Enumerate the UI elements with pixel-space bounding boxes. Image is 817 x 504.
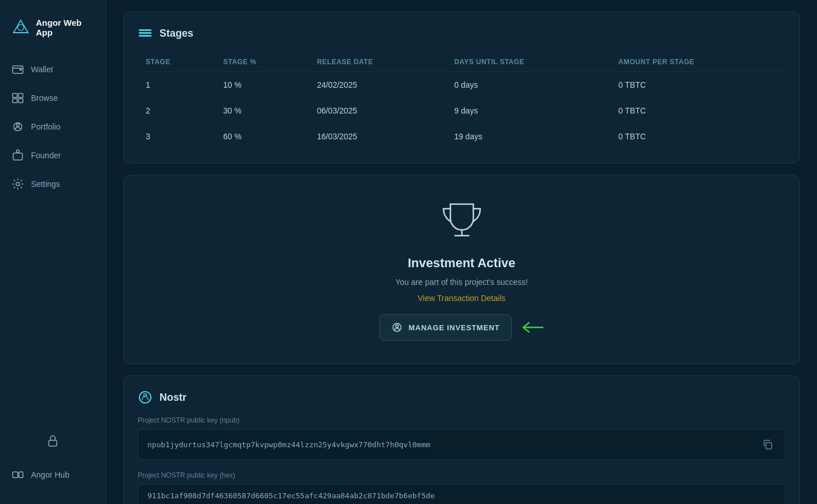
manage-investment-row: MANAGE INVESTMENT (379, 314, 544, 341)
app-name: Angor Web App (36, 18, 94, 37)
svg-point-9 (17, 124, 20, 127)
app-logo[interactable]: Angor Web App (0, 11, 106, 55)
hex-label: Project NOSTR public key (hex) (138, 471, 785, 479)
table-cell-release_date: 16/03/2025 (309, 124, 446, 150)
manage-button-label: MANAGE INVESTMENT (408, 323, 500, 332)
col-release-date: RELEASE DATE (309, 52, 446, 72)
sidebar-item-browse-label: Browse (31, 93, 58, 103)
sidebar-item-portfolio-label: Portfolio (31, 122, 60, 131)
copy-icon (762, 439, 773, 450)
sidebar-item-wallet[interactable]: Wallet (0, 55, 106, 84)
svg-point-20 (396, 325, 399, 328)
table-cell-percent: 30 % (215, 98, 309, 124)
hex-value: 911bc1af908d7df46360587d6605c17ec55afc42… (147, 491, 776, 500)
nostr-section: Project NOSTR public key (npub) npub1jyd… (138, 416, 785, 504)
founder-icon (11, 149, 24, 162)
nostr-card: Nostr Project NOSTR public key (npub) np… (123, 376, 800, 504)
table-cell-days_until: 9 days (446, 98, 610, 124)
table-cell-release_date: 24/02/2025 (309, 72, 446, 98)
table-cell-stage: 1 (138, 72, 215, 98)
stages-icon (138, 26, 153, 41)
table-cell-days_until: 19 days (446, 124, 610, 150)
table-cell-amount: 0 TBTC (610, 98, 785, 124)
stages-card-header: Stages (138, 26, 785, 41)
table-cell-stage: 2 (138, 98, 215, 124)
arrow-icon (521, 321, 544, 334)
svg-rect-7 (18, 99, 23, 103)
svg-point-22 (144, 394, 147, 397)
svg-rect-10 (13, 153, 22, 160)
browse-icon (11, 92, 24, 104)
npub-field: npub1jydurtus347lgcmqtp7kvpwp0mz44lzzn25… (138, 429, 785, 460)
sidebar-item-browse[interactable]: Browse (0, 84, 106, 112)
table-cell-percent: 60 % (215, 124, 309, 150)
nostr-title: Nostr (159, 392, 186, 404)
sidebar-item-wallet-label: Wallet (31, 65, 53, 74)
table-row: 230 %06/03/20259 days0 TBTC (138, 98, 785, 124)
sidebar: Angor Web App Wallet (0, 0, 106, 504)
svg-point-1 (18, 25, 24, 31)
main-content: Stages STAGE STAGE % RELEASE DATE DAYS U… (106, 0, 817, 504)
investment-subtitle: You are part of this project's success! (395, 278, 528, 287)
stages-table: STAGE STAGE % RELEASE DATE DAYS UNTIL ST… (138, 52, 785, 149)
nostr-card-header: Nostr (138, 390, 785, 405)
svg-rect-13 (49, 440, 57, 446)
table-row: 360 %16/03/202519 days0 TBTC (138, 124, 785, 150)
npub-copy-button[interactable] (760, 436, 776, 452)
hex-field: 911bc1af908d7df46360587d6605c17ec55afc42… (138, 484, 785, 504)
svg-rect-5 (18, 93, 23, 97)
portfolio-icon (11, 120, 24, 133)
sidebar-item-hub[interactable]: Angor Hub (11, 463, 94, 487)
sidebar-nav: Wallet Browse Por (0, 55, 106, 423)
settings-icon (11, 178, 24, 190)
svg-rect-15 (19, 472, 23, 478)
svg-rect-18 (139, 35, 151, 37)
hub-icon (11, 468, 24, 481)
svg-rect-23 (766, 443, 772, 449)
manage-investment-button[interactable]: MANAGE INVESTMENT (379, 314, 512, 341)
trophy-icon (439, 198, 485, 244)
sidebar-item-founder[interactable]: Founder (0, 141, 106, 170)
sidebar-item-settings[interactable]: Settings (0, 170, 106, 198)
view-transaction-link[interactable]: View Transaction Details (418, 294, 505, 303)
sidebar-item-portfolio[interactable]: Portfolio (0, 112, 106, 141)
arrow-indicator (521, 321, 544, 334)
table-cell-amount: 0 TBTC (610, 124, 785, 150)
svg-point-11 (17, 150, 20, 153)
logo-icon (11, 17, 30, 38)
investment-card: Investment Active You are part of this p… (123, 175, 800, 364)
lock-icon (46, 434, 60, 448)
col-stage: STAGE (138, 52, 215, 72)
manage-icon (391, 322, 403, 333)
nostr-icon (138, 390, 153, 405)
npub-value: npub1jydurtus347lgcmqtp7kvpwp0mz44lzzn25… (147, 440, 754, 449)
table-cell-percent: 10 % (215, 72, 309, 98)
table-row: 110 %24/02/20250 days0 TBTC (138, 72, 785, 98)
svg-rect-17 (139, 32, 151, 34)
investment-title: Investment Active (408, 256, 515, 271)
svg-point-12 (16, 182, 20, 186)
table-cell-amount: 0 TBTC (610, 72, 785, 98)
col-days-until: DAYS UNTIL STAGE (446, 52, 610, 72)
svg-rect-3 (20, 69, 22, 71)
svg-rect-14 (13, 472, 18, 478)
stages-card: Stages STAGE STAGE % RELEASE DATE DAYS U… (123, 11, 800, 163)
svg-rect-6 (13, 99, 17, 103)
table-cell-days_until: 0 days (446, 72, 610, 98)
table-cell-release_date: 06/03/2025 (309, 98, 446, 124)
npub-label: Project NOSTR public key (npub) (138, 416, 785, 424)
svg-rect-4 (13, 93, 17, 97)
col-stage-pct: STAGE % (215, 52, 309, 72)
col-amount: AMOUNT PER STAGE (610, 52, 785, 72)
hub-label: Angor Hub (31, 470, 69, 479)
lock-icon-container[interactable] (11, 428, 94, 454)
sidebar-bottom: Angor Hub (0, 423, 106, 493)
stages-title: Stages (159, 28, 193, 40)
wallet-icon (11, 63, 24, 76)
sidebar-item-founder-label: Founder (31, 151, 61, 160)
sidebar-item-settings-label: Settings (31, 179, 60, 189)
table-cell-stage: 3 (138, 124, 215, 150)
svg-rect-16 (139, 29, 151, 31)
